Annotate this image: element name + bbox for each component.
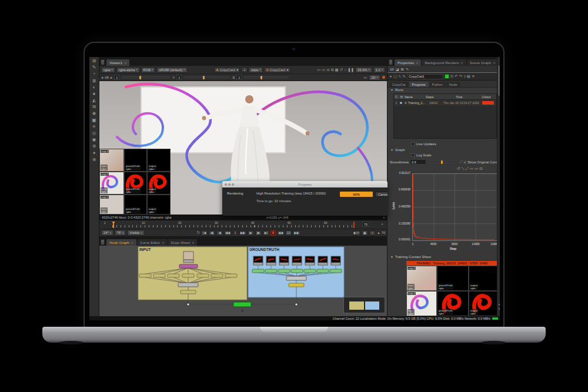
add-run-icon[interactable]: ✛ [403, 101, 408, 105]
export-icon[interactable]: ⎘ [394, 95, 399, 99]
other-icon[interactable]: ⊕ [92, 158, 96, 162]
gamma-field[interactable]: 1 [176, 75, 182, 80]
step-forward-button[interactable]: ▶ [248, 230, 254, 236]
close-icon[interactable]: ✕ [416, 61, 418, 65]
filter-icon[interactable]: ● [93, 92, 96, 96]
frame-step-field[interactable]: 10 [285, 230, 292, 236]
visibility-dropdown[interactable]: Visible▾ [127, 230, 144, 236]
edit-icon[interactable]: ✎ [406, 67, 409, 72]
panel-scrollbar[interactable]: ▲ ▼ [497, 57, 500, 316]
merge-icon[interactable]: ⧉ [92, 105, 96, 109]
redo-icon[interactable]: ↷ [459, 74, 462, 79]
sheet-input-cell[interactable]: crop 2 inputrgba [406, 291, 437, 316]
zoom-dropdown[interactable]: 33.3%▾ [355, 67, 372, 73]
toolsets-icon[interactable]: ✦ [92, 151, 96, 156]
groundtruth-read-nodes[interactable] [253, 256, 340, 265]
tab-scene-graph[interactable]: Scene Graph✕ [467, 59, 499, 66]
clear-panels-icon[interactable]: ⊠ [401, 67, 404, 72]
input-b-dropdown[interactable]: BCopyCat1▾ [264, 67, 290, 73]
timeline[interactable]: 1 10 20 30 40 50 60 70 ▾ [99, 220, 387, 229]
col-steps[interactable]: Steps [426, 95, 440, 99]
sat-slider[interactable] [243, 76, 289, 78]
delete-run-icon[interactable]: ✖ [399, 101, 403, 105]
undo-icon[interactable]: ↶ [455, 74, 457, 79]
timeline-ruler[interactable] [112, 225, 355, 227]
col-name[interactable]: Name [405, 95, 426, 99]
frame-dec-button[interactable]: ◀◀ [277, 230, 284, 236]
view-mode-dropdown[interactable]: 2D▾ [369, 75, 380, 81]
close-panel-icon[interactable]: ✕ [472, 74, 475, 79]
goto-start-button[interactable]: |◀ [201, 230, 208, 236]
collapse-triangle-icon[interactable]: ▼ [390, 88, 393, 92]
tab-node-graph[interactable]: Node Graph✕ [106, 239, 136, 246]
fullres-button[interactable]: ▣ [362, 230, 368, 236]
eyedropper-icon[interactable]: ✎ [403, 74, 406, 79]
runs-table[interactable]: ⎘ ⊞ Name Steps Time Colour 1 ✖ ✛ Trainin… [393, 93, 497, 139]
groundtruth-append-node[interactable] [286, 276, 306, 280]
prev-arrow-icon[interactable]: ◂ [101, 75, 103, 80]
playback-cache-icon[interactable]: ▲ [377, 231, 380, 234]
downrez-icon[interactable]: ▦ [335, 68, 339, 72]
close-icon[interactable]: ✕ [192, 241, 194, 244]
frames-icon[interactable]: ❚❚ [348, 68, 354, 72]
loss-chart[interactable]: 0.921117 0.690838 0.460559 0.230280 0.00… [387, 172, 500, 252]
pane-grip-icon[interactable] [101, 239, 105, 245]
zoom-y-icon[interactable]: ⤢ [466, 166, 469, 171]
window-controls[interactable] [225, 183, 234, 186]
scrollbar-thumb[interactable] [498, 65, 500, 96]
dialog-titlebar[interactable]: Progress [222, 181, 387, 187]
transform-icon[interactable]: ✥ [92, 112, 96, 116]
help-icon[interactable]: ? [463, 75, 466, 79]
run-colour-swatch[interactable] [482, 101, 494, 105]
scroll-down-icon[interactable]: ▼ [497, 307, 500, 310]
wipe-plus-button[interactable]: + [241, 67, 248, 72]
deep-icon[interactable]: ◎ [92, 131, 96, 136]
input-append-node[interactable] [178, 283, 198, 287]
graph-section[interactable]: ▼ Graph [390, 148, 405, 152]
monitor-out-icon[interactable]: ▭ [317, 68, 320, 72]
scroll-up-icon[interactable]: ▲ [497, 303, 500, 306]
float-panel-icon[interactable]: ▤ [467, 74, 470, 79]
next-arrow-icon[interactable]: ▸ [111, 75, 112, 80]
max-panels-field[interactable]: 10 [390, 68, 393, 71]
col-time[interactable]: Time [440, 95, 479, 99]
gamma-slider[interactable] [183, 76, 230, 78]
live-updates-checkbox[interactable] [411, 142, 415, 146]
chevron-down-icon[interactable]: ▾ [382, 223, 383, 226]
timeline-range-dropdown[interactable]: TF▾ [115, 230, 126, 236]
particles-icon[interactable]: ✳ [92, 125, 96, 129]
lock-range-button[interactable]: ▪ [369, 230, 376, 236]
tab-background-renders[interactable]: Background Renders✕ [422, 59, 466, 66]
fps-dropdown[interactable]: 24*▾ [101, 230, 113, 236]
groundtruth-out-node[interactable] [289, 283, 304, 287]
sheet-output-cell[interactable]: outputrgba [469, 266, 497, 291]
runs-section[interactable]: ▼ Runs [390, 88, 403, 92]
cancel-button[interactable]: Cancel [375, 192, 387, 197]
color-icon[interactable]: ◐ [93, 85, 96, 90]
viewer-settings-icon[interactable] [382, 76, 385, 79]
frame-inc-button[interactable]: ▶▶ [293, 230, 300, 236]
pause-icon[interactable]: ○ [344, 68, 346, 72]
loop-mode-icon[interactable]: ↻ [197, 230, 200, 235]
input-a-dropdown[interactable]: ACopyCat1▾ [214, 67, 240, 73]
smoothness-slider[interactable] [427, 161, 458, 163]
grid-icon[interactable]: ⊞ [399, 95, 405, 99]
3d-icon[interactable]: ▣ [92, 118, 96, 123]
copy-icon[interactable]: ⎘ [450, 74, 453, 79]
range-end-marker[interactable] [353, 222, 355, 228]
goto-end-button[interactable]: ▶| [263, 230, 269, 236]
playhead[interactable] [113, 222, 114, 228]
draw-icon[interactable]: ✎ [92, 65, 96, 70]
sheet-groundtruth-cell[interactable]: groundTruthrgba [437, 291, 469, 316]
sat-field[interactable]: 1 [236, 75, 242, 80]
colorspace-dropdown[interactable]: sRGBf (default)▾ [156, 67, 187, 73]
sheet-output-cell[interactable]: outputrgba [469, 291, 497, 316]
time-icon[interactable]: ◔ [93, 72, 96, 76]
node-color-icon[interactable]: ▢ [393, 74, 397, 79]
zoom-x-icon[interactable]: ⤡ [461, 166, 464, 171]
gain-field[interactable]: 1 [114, 75, 119, 80]
tab-viewer1[interactable]: Viewer1 ✕ [106, 59, 129, 66]
training-contact-sheet-section[interactable]: ▼ Training Contact Sheet [390, 255, 431, 259]
views-icon[interactable]: ◉ [92, 138, 96, 142]
display-channels-dropdown[interactable]: RGB▾ [141, 67, 156, 73]
